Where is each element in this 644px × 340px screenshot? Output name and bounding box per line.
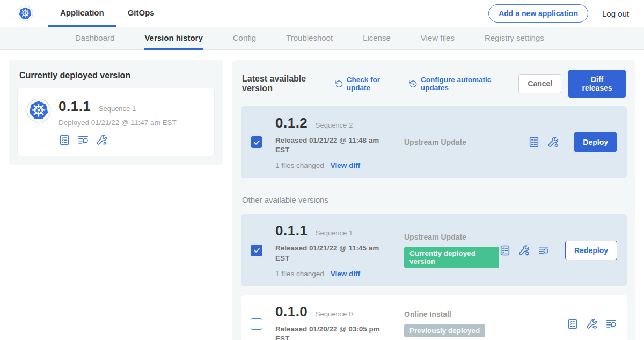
schedule-icon: [408, 79, 418, 88]
view-logs-icon[interactable]: [77, 134, 89, 146]
app-logo-icon: [26, 98, 51, 123]
version-number: 0.1.0: [275, 304, 308, 320]
redeploy-button[interactable]: Redeploy: [565, 241, 617, 260]
check-icon: [253, 247, 260, 254]
version-row-0-1-2: 0.1.2 Sequence 2 Released 01/21/22 @ 11:…: [241, 106, 627, 178]
subnav-item-registry-settings[interactable]: Registry settings: [485, 27, 544, 50]
add-new-application-button[interactable]: Add a new application: [488, 4, 588, 23]
view-logs-icon[interactable]: [538, 245, 550, 256]
currently-deployed-panel: Currently deployed version 0.1.1 Sequenc…: [9, 60, 223, 165]
released-timestamp: Released 01/21/22 @ 11:48 am EST: [275, 136, 383, 155]
diff-releases-button[interactable]: Diff releases: [568, 70, 626, 98]
files-changed-label: 1 files changed: [275, 270, 324, 278]
cancel-button[interactable]: Cancel: [518, 74, 561, 93]
version-source-label: Online Install: [404, 310, 567, 319]
subnav-item-license[interactable]: License: [363, 27, 391, 50]
view-config-icon[interactable]: [586, 318, 598, 330]
latest-available-title: Latest available version: [242, 74, 327, 93]
app-tabs: Application GitOps: [48, 0, 166, 27]
tab-gitops[interactable]: GitOps: [116, 0, 166, 27]
version-source-label: Upstream Update: [404, 233, 499, 241]
sequence-label: Sequence 0: [316, 310, 353, 318]
version-number: 0.1.1: [275, 223, 308, 239]
version-checkbox[interactable]: [251, 245, 262, 256]
version-checkbox[interactable]: [251, 136, 262, 148]
currently-deployed-badge: Currently deployed version: [404, 247, 499, 268]
subnav-item-dashboard[interactable]: Dashboard: [75, 27, 114, 50]
configure-automatic-updates-link[interactable]: Configure automatic updates: [408, 76, 507, 92]
deploy-button[interactable]: Deploy: [574, 132, 617, 152]
available-versions-header: Latest available version Check for updat…: [242, 70, 626, 98]
check-for-update-link[interactable]: Check for update: [334, 76, 397, 92]
release-notes-icon[interactable]: [499, 245, 511, 256]
top-nav: Application GitOps Add a new application…: [0, 0, 644, 27]
currently-deployed-title: Currently deployed version: [19, 71, 215, 80]
previously-deployed-badge: Previously deployed: [404, 324, 485, 337]
files-changed-label: 1 files changed: [275, 161, 324, 169]
refresh-icon: [334, 79, 343, 88]
subnav-item-troubleshoot[interactable]: Troubleshoot: [286, 27, 333, 50]
sequence-label: Sequence 2: [316, 121, 353, 129]
edit-config-icon[interactable]: [96, 134, 108, 146]
subnav-item-view-files[interactable]: View files: [421, 27, 455, 50]
deployed-timestamp: Deployed 01/21/22 @ 11:47 am EST: [58, 119, 177, 127]
version-row-0-1-0: 0.1.0 Sequence 0 Released 01/20/22 @ 03:…: [241, 295, 627, 340]
app-sub-nav: Dashboard Version history Config Trouble…: [0, 27, 644, 50]
deployed-sequence-label: Sequence 1: [99, 105, 136, 113]
edit-config-icon[interactable]: [518, 245, 530, 256]
tab-application[interactable]: Application: [48, 0, 116, 27]
edit-config-icon[interactable]: [547, 136, 559, 148]
deployed-version-card: 0.1.1 Sequence 1 Deployed 01/21/22 @ 11:…: [17, 88, 215, 156]
release-notes-icon[interactable]: [58, 134, 70, 146]
version-source-label: Upstream Update: [404, 138, 528, 146]
version-number: 0.1.2: [275, 115, 308, 131]
view-logs-icon[interactable]: [605, 318, 617, 330]
release-notes-icon[interactable]: [567, 318, 579, 330]
available-versions-panel: Latest available version Check for updat…: [232, 60, 635, 340]
sequence-label: Sequence 1: [316, 229, 353, 237]
deployed-version-number: 0.1.1: [58, 98, 91, 114]
version-row-0-1-1: 0.1.1 Sequence 1 Released 01/21/22 @ 11:…: [241, 214, 627, 286]
kubernetes-logo-icon: [17, 5, 33, 21]
version-checkbox[interactable]: [251, 318, 262, 330]
check-icon: [253, 139, 260, 146]
subnav-item-version-history[interactable]: Version history: [144, 27, 202, 50]
release-notes-icon[interactable]: [528, 136, 540, 148]
released-timestamp: Released 01/20/22 @ 03:05 pm EST: [275, 324, 383, 340]
logout-link[interactable]: Log out: [602, 9, 629, 18]
view-diff-link[interactable]: View diff: [331, 161, 360, 169]
released-timestamp: Released 01/21/22 @ 11:45 am EST: [275, 243, 383, 263]
view-diff-link[interactable]: View diff: [331, 270, 360, 278]
other-available-versions-title: Other available versions: [242, 195, 626, 204]
subnav-item-config[interactable]: Config: [233, 27, 256, 50]
